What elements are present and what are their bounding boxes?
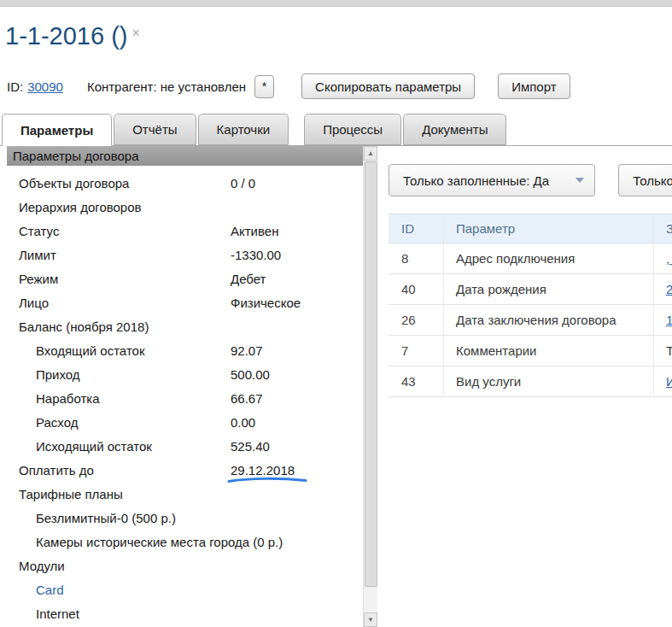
filter-only-filled-label: Только заполненные: Да (403, 173, 549, 188)
tree-row-tariff-cameras[interactable]: Камеры исторические места города (0 р.) (7, 530, 363, 554)
parameters-tree: Объекты договора0 / 0 Иерархия договоров… (7, 166, 363, 625)
header-value[interactable]: Зн (653, 214, 672, 243)
cell-id: 26 (389, 313, 443, 327)
filter-only-filled-dropdown[interactable]: Только заполненные: Да (389, 164, 595, 196)
contractor-text: Контрагент: не установлен (87, 79, 246, 94)
tree-row-value: 92.07 (231, 343, 263, 358)
tree-row-accrual[interactable]: Наработка66.67 (7, 386, 363, 410)
scroll-up-icon[interactable]: ▲ (364, 146, 377, 161)
tree-row-mode[interactable]: РежимДебет (7, 267, 363, 290)
page-title: 1-1-2016 () (5, 22, 127, 50)
tree-group-modules[interactable]: Модули (7, 554, 363, 577)
contract-header-row: ID: 30090 Контрагент: не установлен * Ск… (7, 73, 672, 100)
tree-row-label: Приход (7, 367, 80, 382)
tree-row-label: Расход (7, 415, 78, 430)
tree-row-module-internet[interactable]: Internet (7, 601, 363, 625)
title-row: 1-1-2016 ()× (5, 22, 140, 50)
tree-row-tariff-unlimited[interactable]: Безлимитный-0 (500 р.) (7, 506, 363, 530)
tree-row-value: 0 / 0 (231, 176, 255, 190)
contract-id-link[interactable]: 30090 (27, 79, 63, 94)
module-card-link[interactable]: Card (7, 583, 64, 597)
filter-second-dropdown[interactable]: Только (618, 164, 672, 196)
tree-row-objects[interactable]: Объекты договора0 / 0 (7, 171, 363, 195)
tree-row-label: Входящий остаток (7, 343, 145, 358)
cell-param: Дата рождения (443, 274, 653, 304)
cell-value-text: Те (666, 343, 672, 358)
tree-group-label: Баланс (ноября 2018) (7, 319, 149, 334)
cell-param: Адрес подключения (443, 243, 653, 273)
tree-row-value: Физическое (231, 296, 301, 310)
close-icon[interactable]: × (131, 26, 139, 40)
cell-value-link[interactable]: 18 (666, 313, 672, 327)
tree-row-status[interactable]: СтатусАктивен (7, 219, 363, 243)
tree-group-label: Тарифные планы (7, 487, 123, 501)
tree-row-label: Исходящий остаток (7, 439, 152, 454)
table-row[interactable]: 43 Вид услуги И (389, 366, 672, 397)
tab-cards[interactable]: Карточки (198, 114, 289, 145)
cell-param: Комментарии (443, 336, 653, 366)
contract-parameters-panel: Параметры договора Объекты договора0 / 0… (7, 146, 363, 627)
scroll-down-icon[interactable]: ▼ (364, 612, 377, 627)
tree-row-value: 0.00 (231, 415, 255, 430)
tree-row-pay-until[interactable]: Оплатить до29.12.2018 (7, 458, 363, 482)
tree-row-value: Активен (231, 224, 278, 238)
left-panel-scrollbar[interactable]: ▲ ▼ (363, 146, 377, 627)
tab-reports[interactable]: Отчёты (114, 114, 196, 145)
tree-row-value: 29.12.2018 (231, 463, 295, 478)
window-top-strip (0, 0, 672, 7)
tree-row-label: Лимит (7, 248, 56, 262)
tree-row-person[interactable]: ЛицоФизическое (7, 290, 363, 314)
table-row[interactable]: 26 Дата заключения договора 18 (389, 305, 672, 336)
tree-row-expense[interactable]: Расход0.00 (7, 410, 363, 434)
tree-row-label: Иерархия договоров (7, 200, 142, 214)
cell-param: Вид услуги (443, 366, 653, 396)
tree-row-label: Режим (7, 272, 58, 286)
tree-row-value: 66.67 (231, 391, 263, 406)
cell-id: 43 (389, 374, 443, 389)
cell-value-link[interactable]: И (666, 374, 672, 389)
tree-row-outgoing-balance[interactable]: Исходящий остаток525.40 (7, 434, 363, 458)
cell-value-link[interactable]: 23 (666, 282, 672, 296)
tree-row-module-card[interactable]: Card (7, 577, 363, 601)
chevron-down-icon (576, 178, 584, 183)
tree-row-label: Статус (7, 224, 59, 238)
tree-row-hierarchy[interactable]: Иерархия договоров (7, 195, 363, 219)
asterisk-button[interactable]: * (254, 75, 274, 98)
tree-row-value: 525.40 (231, 439, 270, 454)
tab-documents[interactable]: Документы (403, 114, 506, 145)
tree-row-label: Объекты договора (7, 176, 129, 190)
cell-param: Дата заключения договора (443, 305, 653, 335)
import-button[interactable]: Импорт (498, 73, 570, 99)
tree-row-incoming-balance[interactable]: Входящий остаток92.07 (7, 338, 363, 362)
tab-parameters[interactable]: Параметры (2, 114, 112, 146)
tree-row-value: -1330.00 (231, 248, 281, 262)
tree-group-balance[interactable]: Баланс (ноября 2018) (7, 314, 363, 338)
tree-row-label: Оплатить до (7, 463, 94, 478)
filter-second-label: Только (633, 173, 672, 188)
tree-row-label: Безлимитный-0 (500 р.) (7, 511, 176, 525)
table-header-row: ID Параметр Зн (389, 214, 672, 243)
tree-row-limit[interactable]: Лимит-1330.00 (7, 243, 363, 267)
copy-parameters-button[interactable]: Скопировать параметры (301, 73, 475, 99)
tree-row-label: Камеры исторические места города (0 р.) (7, 535, 283, 549)
tree-row-label: Наработка (7, 391, 100, 406)
table-row[interactable]: 8 Адрес подключения , Р (389, 243, 672, 274)
table-filters-row: Только заполненные: Да Только (389, 164, 672, 196)
parameters-table-panel: Только заполненные: Да Только ID Парамет… (389, 146, 672, 627)
module-internet-label: Internet (7, 606, 79, 621)
table-row[interactable]: 7 Комментарии Те (389, 336, 672, 366)
tree-row-income[interactable]: Приход500.00 (7, 362, 363, 386)
tab-processes[interactable]: Процессы (304, 114, 401, 145)
parameters-table: ID Параметр Зн 8 Адрес подключения , Р 4… (389, 214, 672, 397)
tree-group-tariff-plans[interactable]: Тарифные планы (7, 482, 363, 506)
scrollbar-thumb[interactable] (365, 161, 377, 587)
tree-group-label: Модули (7, 559, 65, 573)
table-row[interactable]: 40 Дата рождения 23 (389, 274, 672, 305)
tree-row-label: Лицо (7, 296, 49, 310)
header-id[interactable]: ID (389, 221, 443, 236)
tab-bar: Параметры Отчёты Карточки Процессы Докум… (0, 113, 672, 146)
header-param[interactable]: Параметр (443, 214, 653, 243)
cell-value-link[interactable]: , Р (666, 251, 672, 266)
cell-id: 40 (389, 282, 443, 296)
parameters-tree-header[interactable]: Параметры договора (7, 146, 363, 166)
